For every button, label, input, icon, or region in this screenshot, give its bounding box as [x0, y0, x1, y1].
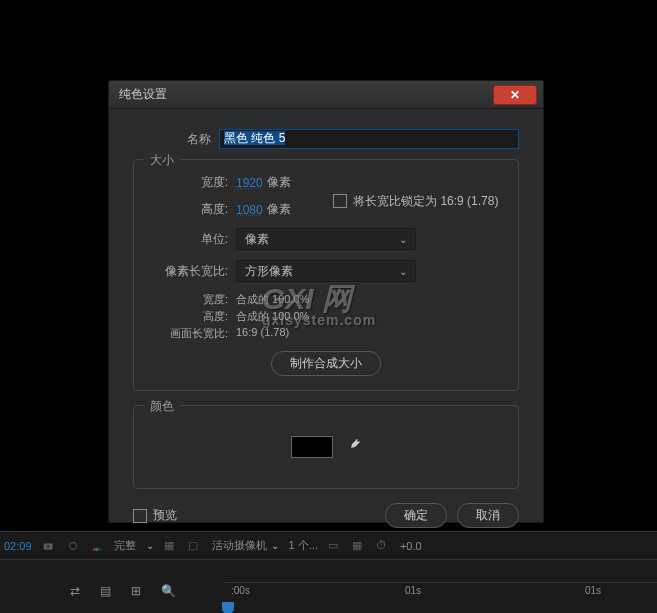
chevron-down-icon: ⌄: [271, 540, 279, 551]
color-section-title: 颜色: [144, 398, 180, 415]
size-section-title: 大小: [144, 152, 180, 169]
ruler-mark: 01s: [405, 585, 421, 596]
view-icon[interactable]: ▭: [328, 539, 342, 553]
preview-label: 预览: [153, 507, 177, 524]
lock-aspect-checkbox[interactable]: [333, 194, 347, 208]
footer-toolbar: 02:09 完整 ⌄ ▦ ▢ 活动摄像机 ⌄ 1 个... ▭ ▦ ⏱ +0.0: [0, 531, 657, 559]
timecode[interactable]: 02:09: [4, 540, 32, 552]
zoom-dropdown[interactable]: 完整: [114, 538, 136, 553]
preview-checkbox[interactable]: [133, 509, 147, 523]
close-icon: ✕: [510, 88, 520, 102]
switch-icon[interactable]: ⊞: [131, 584, 141, 598]
svg-point-1: [46, 544, 50, 548]
chevron-down-icon: ⌄: [399, 234, 407, 245]
close-button[interactable]: ✕: [493, 85, 537, 105]
info-width-label: 宽度:: [150, 292, 236, 307]
width-label: 宽度:: [150, 174, 236, 191]
grid-icon[interactable]: ▦: [164, 539, 178, 553]
cancel-button[interactable]: 取消: [457, 503, 519, 528]
ruler-mark: 01s: [585, 585, 601, 596]
unit-dropdown[interactable]: 像素 ⌄: [236, 228, 416, 250]
make-comp-size-button[interactable]: 制作合成大小: [271, 351, 381, 376]
lock-aspect-label: 将长宽比锁定为: [353, 193, 437, 210]
timeline-panel: ⇄ ▤ ⊞ 🔍 :00s 01s 01s: [0, 559, 657, 613]
par-label: 像素长宽比:: [150, 263, 236, 280]
unit-label: 单位:: [150, 231, 236, 248]
graph-icon[interactable]: ▤: [100, 584, 111, 598]
color-fieldset: 颜色: [133, 405, 519, 489]
info-height-value: 合成的 100.0%: [236, 309, 309, 324]
playhead[interactable]: [221, 601, 235, 613]
info-width-value: 合成的 100.0%: [236, 292, 309, 307]
channel-icon[interactable]: [90, 539, 104, 553]
chevron-down-icon: ⌄: [146, 540, 154, 551]
info-height-label: 高度:: [150, 309, 236, 324]
snapshot-icon[interactable]: [66, 539, 80, 553]
camera-dropdown[interactable]: 活动摄像机 ⌄: [212, 538, 279, 553]
name-input[interactable]: 黑色 纯色 5: [219, 129, 519, 149]
dialog-title: 纯色设置: [119, 86, 493, 103]
width-value[interactable]: 1920: [236, 176, 263, 190]
track-toggle-icon[interactable]: ⇄: [70, 584, 80, 598]
frame-aspect-value: 16:9 (1.78): [236, 326, 289, 341]
solid-settings-dialog: 纯色设置 ✕ 名称 黑色 纯色 5 大小 宽度: 1920 像素 高度:: [108, 80, 544, 523]
svg-point-5: [97, 547, 101, 551]
svg-point-2: [69, 542, 76, 549]
width-unit: 像素: [267, 174, 291, 191]
name-label: 名称: [133, 131, 219, 148]
height-value[interactable]: 1080: [236, 203, 263, 217]
size-fieldset: 大小 宽度: 1920 像素 高度: 1080 像素 将长: [133, 159, 519, 391]
trail-value[interactable]: +0.0: [400, 540, 422, 552]
dialog-titlebar[interactable]: 纯色设置 ✕: [109, 81, 543, 109]
height-label: 高度:: [150, 201, 236, 218]
frame-aspect-label: 画面长宽比:: [150, 326, 236, 341]
chevron-down-icon: ⌄: [399, 266, 407, 277]
lock-aspect-value: 16:9 (1.78): [440, 194, 498, 208]
camera-icon[interactable]: [42, 539, 56, 553]
time-ruler[interactable]: :00s 01s 01s: [225, 582, 657, 598]
par-dropdown[interactable]: 方形像素 ⌄: [236, 260, 416, 282]
color-swatch[interactable]: [291, 436, 333, 458]
zoom-icon[interactable]: 🔍: [161, 584, 176, 598]
pixel-icon[interactable]: ▦: [352, 539, 366, 553]
timer-icon[interactable]: ⏱: [376, 539, 390, 553]
ok-button[interactable]: 确定: [385, 503, 447, 528]
view-count[interactable]: 1 个...: [289, 538, 318, 553]
height-unit: 像素: [267, 201, 291, 218]
ruler-mark: :00s: [231, 585, 250, 596]
eyedropper-icon[interactable]: [345, 437, 361, 457]
mask-icon[interactable]: ▢: [188, 539, 202, 553]
